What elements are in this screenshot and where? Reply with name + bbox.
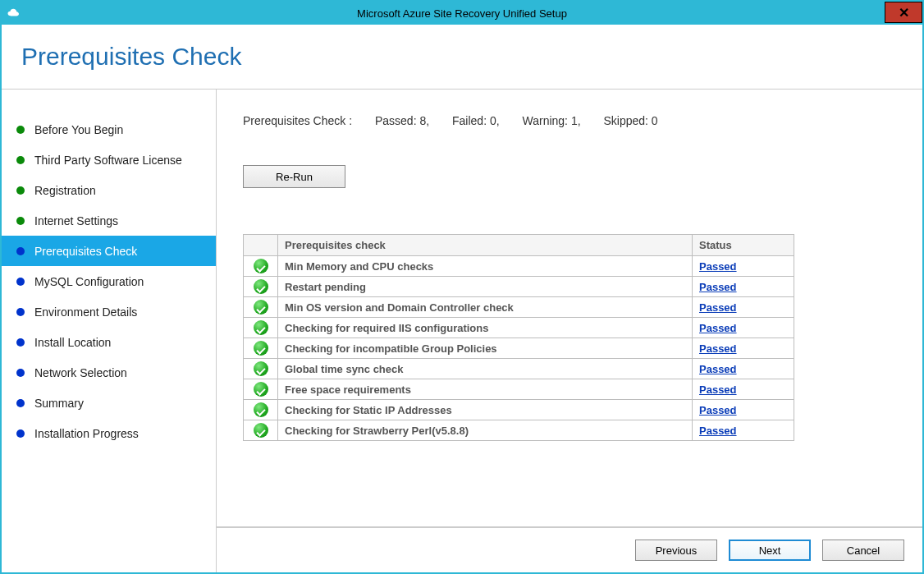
- status-link[interactable]: Passed: [699, 301, 737, 314]
- body: Before You BeginThird Party Software Lic…: [2, 90, 922, 572]
- status-link[interactable]: Passed: [699, 281, 737, 293]
- app-icon: [7, 6, 21, 21]
- prerequisites-tbody: Min Memory and CPU checksPassedRestart p…: [244, 256, 794, 441]
- check-name: Global time sync check: [278, 359, 693, 379]
- sidebar-item-label: Installation Progress: [34, 427, 139, 440]
- sidebar-item-before-you-begin[interactable]: Before You Begin: [2, 114, 216, 145]
- wizard-sidebar: Before You BeginThird Party Software Lic…: [2, 90, 217, 572]
- status-link[interactable]: Passed: [699, 383, 737, 396]
- check-name: Min OS version and Domain Controller che…: [278, 297, 693, 318]
- rerun-button[interactable]: Re-Run: [243, 165, 345, 188]
- status-cell: Passed: [693, 400, 794, 420]
- sidebar-item-label: Network Selection: [34, 366, 127, 379]
- prerequisites-table: Prerequisites check Status Min Memory an…: [243, 234, 794, 441]
- sidebar-item-label: Install Location: [34, 336, 111, 349]
- check-name: Checking for Static IP Addresses: [278, 400, 693, 420]
- summary-failed: Failed: 0,: [452, 114, 500, 127]
- status-cell: Passed: [693, 338, 794, 359]
- table-row: Free space requirementsPassed: [244, 379, 794, 400]
- step-bullet-icon: [16, 338, 25, 347]
- status-link[interactable]: Passed: [699, 260, 737, 273]
- sidebar-item-network-selection[interactable]: Network Selection: [2, 357, 216, 388]
- status-link[interactable]: Passed: [699, 404, 737, 416]
- status-cell: Passed: [693, 277, 794, 297]
- step-bullet-icon: [16, 247, 25, 255]
- sidebar-item-installation-progress[interactable]: Installation Progress: [2, 418, 216, 448]
- sidebar-item-label: MySQL Configuration: [34, 275, 144, 288]
- sidebar-item-label: Prerequisites Check: [34, 245, 137, 258]
- sidebar-item-third-party-software-license[interactable]: Third Party Software License: [2, 145, 216, 175]
- step-bullet-icon: [16, 399, 25, 407]
- status-link[interactable]: Passed: [699, 322, 737, 334]
- title-bar[interactable]: Microsoft Azure Site Recovery Unified Se…: [2, 2, 922, 25]
- check-name: Free space requirements: [278, 379, 693, 400]
- status-link[interactable]: Passed: [699, 425, 737, 437]
- sidebar-item-label: Registration: [34, 184, 96, 197]
- window-title: Microsoft Azure Site Recovery Unified Se…: [2, 7, 922, 20]
- col-check: Prerequisites check: [278, 235, 693, 256]
- sidebar-item-environment-details[interactable]: Environment Details: [2, 296, 216, 327]
- step-bullet-icon: [16, 278, 25, 286]
- page-title: Prerequisites Check: [21, 43, 899, 71]
- sidebar-item-install-location[interactable]: Install Location: [2, 327, 216, 357]
- sidebar-item-label: Environment Details: [34, 305, 137, 319]
- status-icon-cell: [244, 420, 278, 441]
- check-name: Restart pending: [278, 277, 693, 297]
- status-icon-cell: [244, 379, 278, 400]
- check-pass-icon: [254, 402, 268, 417]
- status-cell: Passed: [693, 297, 794, 318]
- check-name: Checking for incompatible Group Policies: [278, 338, 693, 359]
- sidebar-item-label: Before You Begin: [34, 123, 123, 136]
- status-icon-cell: [244, 256, 278, 277]
- content-area: Prerequisites Check : Passed: 8, Failed:…: [217, 90, 922, 526]
- sidebar-item-summary[interactable]: Summary: [2, 388, 216, 418]
- status-icon-cell: [244, 297, 278, 318]
- summary-skipped: Skipped: 0: [603, 114, 657, 127]
- table-row: Global time sync checkPassed: [244, 359, 794, 379]
- table-row: Min OS version and Domain Controller che…: [244, 297, 794, 318]
- status-icon-cell: [244, 338, 278, 359]
- col-icon: [244, 235, 278, 256]
- sidebar-item-label: Internet Settings: [34, 214, 118, 227]
- step-bullet-icon: [16, 369, 25, 377]
- sidebar-item-prerequisites-check[interactable]: Prerequisites Check: [2, 236, 216, 266]
- table-row: Checking for Static IP AddressesPassed: [244, 400, 794, 420]
- check-name: Checking for Strawberry Perl(v5.8.8): [278, 420, 693, 441]
- check-pass-icon: [254, 259, 268, 273]
- status-link[interactable]: Passed: [699, 363, 737, 375]
- check-pass-icon: [254, 320, 268, 335]
- check-name: Checking for required IIS configurations: [278, 318, 693, 338]
- page-header: Prerequisites Check: [2, 25, 922, 90]
- step-bullet-icon: [16, 429, 25, 438]
- previous-button[interactable]: Previous: [635, 540, 717, 561]
- step-bullet-icon: [16, 186, 25, 195]
- sidebar-item-registration[interactable]: Registration: [2, 175, 216, 205]
- col-status: Status: [693, 235, 794, 256]
- status-link[interactable]: Passed: [699, 342, 737, 355]
- window-frame: Microsoft Azure Site Recovery Unified Se…: [0, 0, 924, 574]
- summary-label: Prerequisites Check :: [243, 114, 352, 127]
- sidebar-item-label: Third Party Software License: [34, 154, 182, 167]
- check-pass-icon: [254, 279, 268, 294]
- status-cell: Passed: [693, 256, 794, 277]
- table-row: Checking for Strawberry Perl(v5.8.8)Pass…: [244, 420, 794, 441]
- summary-passed: Passed: 8,: [375, 114, 429, 127]
- status-cell: Passed: [693, 359, 794, 379]
- sidebar-item-mysql-configuration[interactable]: MySQL Configuration: [2, 266, 216, 296]
- status-icon-cell: [244, 277, 278, 297]
- status-cell: Passed: [693, 318, 794, 338]
- close-button[interactable]: ✕: [885, 2, 922, 23]
- next-button[interactable]: Next: [729, 540, 811, 561]
- check-pass-icon: [254, 300, 268, 315]
- status-icon-cell: [244, 400, 278, 420]
- table-row: Restart pendingPassed: [244, 277, 794, 297]
- wizard-footer: Previous Next Cancel: [217, 526, 922, 572]
- close-icon: ✕: [899, 5, 909, 21]
- check-pass-icon: [254, 341, 268, 356]
- main-pane: Prerequisites Check : Passed: 8, Failed:…: [217, 90, 922, 572]
- cancel-button[interactable]: Cancel: [822, 540, 904, 561]
- sidebar-item-internet-settings[interactable]: Internet Settings: [2, 205, 216, 236]
- summary-warning: Warning: 1,: [522, 114, 580, 127]
- check-pass-icon: [254, 423, 268, 438]
- status-icon-cell: [244, 359, 278, 379]
